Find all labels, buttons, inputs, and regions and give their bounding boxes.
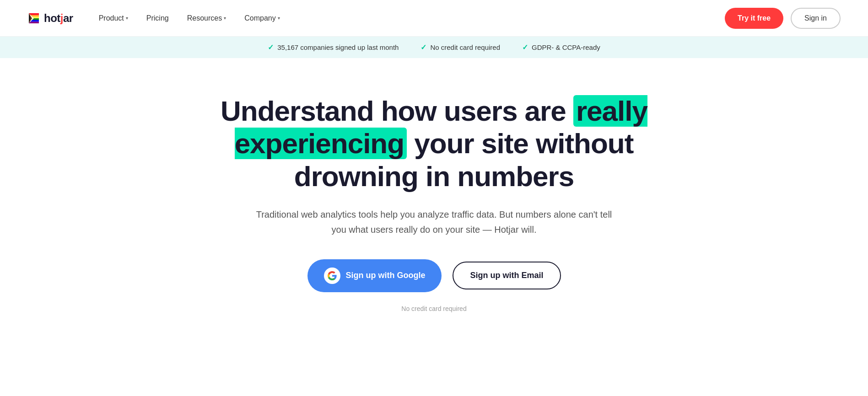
- hero-subtext: Traditional web analytics tools help you…: [256, 207, 613, 237]
- product-chevron-icon: ▾: [126, 16, 128, 21]
- resources-chevron-icon: ▾: [224, 16, 226, 21]
- logo-flag-icon: [27, 12, 40, 25]
- hero-section: Understand how users are really experien…: [183, 58, 686, 340]
- hero-buttons: Sign up with Google Sign up with Email: [307, 259, 561, 292]
- nav-resources[interactable]: Resources ▾: [180, 11, 233, 26]
- nav-company[interactable]: Company ▾: [237, 11, 287, 26]
- nav-pricing[interactable]: Pricing: [139, 11, 176, 26]
- try-free-button[interactable]: Try it free: [725, 8, 783, 29]
- signup-google-button[interactable]: Sign up with Google: [307, 259, 442, 292]
- logo-text: hotjar: [44, 12, 73, 25]
- nav-links: Product ▾ Pricing Resources ▾ Company ▾: [92, 11, 287, 26]
- svg-rect-2: [29, 13, 39, 15]
- hero-headline: Understand how users are really experien…: [201, 95, 668, 193]
- no-credit-text: No credit card required: [401, 305, 466, 312]
- google-g-svg: [327, 271, 337, 281]
- navbar-right: Try it free Sign in: [725, 8, 841, 29]
- check-icon-2: ✓: [421, 43, 426, 52]
- sign-in-button[interactable]: Sign in: [791, 8, 841, 29]
- google-icon: [324, 268, 340, 284]
- navbar: hotjar Product ▾ Pricing Resources ▾ Com…: [0, 0, 868, 37]
- navbar-left: hotjar Product ▾ Pricing Resources ▾ Com…: [27, 11, 287, 26]
- announcement-bar: ✓ 35,167 companies signed up last month …: [0, 37, 868, 58]
- company-chevron-icon: ▾: [278, 16, 280, 21]
- announcement-item-2: ✓ No credit card required: [421, 43, 500, 52]
- check-icon-3: ✓: [522, 43, 528, 52]
- announcement-item-1: ✓ 35,167 companies signed up last month: [268, 43, 399, 52]
- svg-rect-7: [29, 21, 39, 23]
- signup-email-button[interactable]: Sign up with Email: [453, 262, 561, 289]
- check-icon-1: ✓: [268, 43, 274, 52]
- nav-product[interactable]: Product ▾: [92, 11, 135, 26]
- logo[interactable]: hotjar: [27, 12, 73, 25]
- announcement-item-3: ✓ GDPR- & CCPA-ready: [522, 43, 600, 52]
